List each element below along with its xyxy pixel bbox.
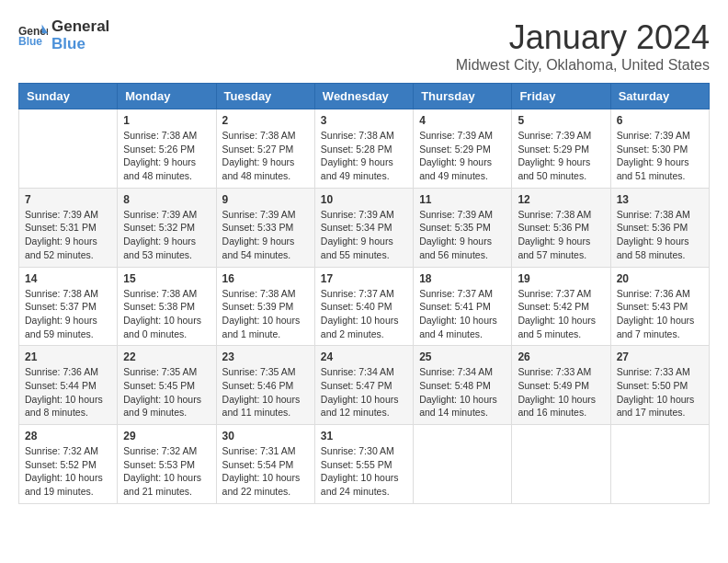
page-header: General Blue General Blue January 2024 M…: [18, 18, 710, 74]
day-number: 2: [222, 114, 309, 127]
day-number: 6: [617, 114, 703, 127]
calendar-cell: 14Sunrise: 7:38 AM Sunset: 5:37 PM Dayli…: [19, 267, 118, 346]
day-info: Sunrise: 7:35 AM Sunset: 5:45 PM Dayligh…: [123, 365, 210, 419]
calendar-cell: 11Sunrise: 7:39 AM Sunset: 5:35 PM Dayli…: [414, 188, 512, 267]
header-wednesday: Wednesday: [314, 84, 413, 109]
week-row-1: 1Sunrise: 7:38 AM Sunset: 5:26 PM Daylig…: [19, 109, 710, 189]
calendar-cell: 2Sunrise: 7:38 AM Sunset: 5:27 PM Daylig…: [216, 109, 314, 189]
calendar-cell: 20Sunrise: 7:36 AM Sunset: 5:43 PM Dayli…: [610, 267, 709, 346]
header-saturday: Saturday: [610, 84, 709, 109]
week-row-5: 28Sunrise: 7:32 AM Sunset: 5:52 PM Dayli…: [19, 425, 710, 504]
day-info: Sunrise: 7:31 AM Sunset: 5:54 PM Dayligh…: [222, 444, 309, 499]
day-info: Sunrise: 7:37 AM Sunset: 5:41 PM Dayligh…: [419, 287, 506, 341]
calendar-cell: 12Sunrise: 7:38 AM Sunset: 5:36 PM Dayli…: [512, 188, 610, 267]
header-monday: Monday: [118, 84, 216, 109]
day-info: Sunrise: 7:38 AM Sunset: 5:38 PM Dayligh…: [123, 287, 210, 341]
calendar-cell: 8Sunrise: 7:39 AM Sunset: 5:32 PM Daylig…: [118, 188, 216, 267]
day-number: 25: [419, 350, 506, 363]
calendar-cell: 22Sunrise: 7:35 AM Sunset: 5:45 PM Dayli…: [118, 346, 216, 425]
month-title: January 2024: [456, 18, 710, 57]
day-info: Sunrise: 7:32 AM Sunset: 5:53 PM Dayligh…: [123, 444, 210, 499]
day-info: Sunrise: 7:39 AM Sunset: 5:32 PM Dayligh…: [123, 208, 210, 262]
calendar-cell: [610, 425, 709, 504]
day-number: 26: [518, 350, 604, 363]
day-info: Sunrise: 7:34 AM Sunset: 5:47 PM Dayligh…: [321, 365, 407, 419]
calendar-cell: 7Sunrise: 7:39 AM Sunset: 5:31 PM Daylig…: [19, 188, 118, 267]
day-number: 17: [321, 272, 407, 285]
day-number: 31: [321, 430, 407, 442]
day-info: Sunrise: 7:38 AM Sunset: 5:36 PM Dayligh…: [617, 208, 703, 262]
calendar-cell: 24Sunrise: 7:34 AM Sunset: 5:47 PM Dayli…: [314, 346, 413, 425]
day-number: 21: [25, 350, 111, 363]
title-area: January 2024 Midwest City, Oklahoma, Uni…: [456, 18, 710, 74]
day-info: Sunrise: 7:33 AM Sunset: 5:49 PM Dayligh…: [518, 365, 604, 419]
calendar-cell: 10Sunrise: 7:39 AM Sunset: 5:34 PM Dayli…: [314, 188, 413, 267]
calendar-cell: 1Sunrise: 7:38 AM Sunset: 5:26 PM Daylig…: [118, 109, 216, 189]
day-info: Sunrise: 7:39 AM Sunset: 5:31 PM Dayligh…: [25, 208, 111, 262]
day-info: Sunrise: 7:37 AM Sunset: 5:42 PM Dayligh…: [518, 287, 604, 341]
calendar-cell: 19Sunrise: 7:37 AM Sunset: 5:42 PM Dayli…: [512, 267, 610, 346]
calendar-header-row: SundayMondayTuesdayWednesdayThursdayFrid…: [19, 84, 710, 109]
day-info: Sunrise: 7:38 AM Sunset: 5:27 PM Dayligh…: [222, 129, 309, 183]
day-info: Sunrise: 7:35 AM Sunset: 5:46 PM Dayligh…: [222, 365, 309, 419]
calendar-cell: 27Sunrise: 7:33 AM Sunset: 5:50 PM Dayli…: [610, 346, 709, 425]
calendar-cell: 29Sunrise: 7:32 AM Sunset: 5:53 PM Dayli…: [118, 425, 216, 504]
header-thursday: Thursday: [414, 84, 512, 109]
day-number: 3: [321, 114, 407, 127]
day-info: Sunrise: 7:37 AM Sunset: 5:40 PM Dayligh…: [321, 287, 407, 341]
day-number: 15: [123, 272, 210, 285]
day-number: 14: [25, 272, 111, 285]
day-info: Sunrise: 7:38 AM Sunset: 5:37 PM Dayligh…: [25, 287, 111, 341]
calendar-table: SundayMondayTuesdayWednesdayThursdayFrid…: [18, 83, 710, 504]
calendar-cell: 17Sunrise: 7:37 AM Sunset: 5:40 PM Dayli…: [314, 267, 413, 346]
day-info: Sunrise: 7:38 AM Sunset: 5:36 PM Dayligh…: [518, 208, 604, 262]
day-number: 16: [222, 272, 309, 285]
week-row-4: 21Sunrise: 7:36 AM Sunset: 5:44 PM Dayli…: [19, 346, 710, 425]
day-number: 9: [222, 193, 309, 206]
calendar-cell: 15Sunrise: 7:38 AM Sunset: 5:38 PM Dayli…: [118, 267, 216, 346]
day-info: Sunrise: 7:34 AM Sunset: 5:48 PM Dayligh…: [419, 365, 506, 419]
day-number: 5: [518, 114, 604, 127]
logo-line1: General: [51, 18, 109, 36]
calendar-cell: 26Sunrise: 7:33 AM Sunset: 5:49 PM Dayli…: [512, 346, 610, 425]
day-info: Sunrise: 7:39 AM Sunset: 5:29 PM Dayligh…: [518, 129, 604, 183]
logo: General Blue General Blue: [18, 18, 109, 52]
day-info: Sunrise: 7:38 AM Sunset: 5:28 PM Dayligh…: [321, 129, 407, 183]
calendar-cell: 21Sunrise: 7:36 AM Sunset: 5:44 PM Dayli…: [19, 346, 118, 425]
day-number: 8: [123, 193, 210, 206]
day-number: 23: [222, 350, 309, 363]
day-info: Sunrise: 7:30 AM Sunset: 5:55 PM Dayligh…: [321, 444, 407, 499]
day-number: 19: [518, 272, 604, 285]
calendar-cell: 4Sunrise: 7:39 AM Sunset: 5:29 PM Daylig…: [414, 109, 512, 189]
day-number: 12: [518, 193, 604, 206]
header-sunday: Sunday: [19, 84, 118, 109]
day-number: 18: [419, 272, 506, 285]
calendar-cell: 5Sunrise: 7:39 AM Sunset: 5:29 PM Daylig…: [512, 109, 610, 189]
day-number: 4: [419, 114, 506, 127]
day-info: Sunrise: 7:38 AM Sunset: 5:39 PM Dayligh…: [222, 287, 309, 341]
calendar-cell: 18Sunrise: 7:37 AM Sunset: 5:41 PM Dayli…: [414, 267, 512, 346]
day-info: Sunrise: 7:38 AM Sunset: 5:26 PM Dayligh…: [123, 129, 210, 183]
day-info: Sunrise: 7:36 AM Sunset: 5:44 PM Dayligh…: [25, 365, 111, 419]
day-number: 1: [123, 114, 210, 127]
week-row-2: 7Sunrise: 7:39 AM Sunset: 5:31 PM Daylig…: [19, 188, 710, 267]
day-number: 20: [617, 272, 703, 285]
day-info: Sunrise: 7:32 AM Sunset: 5:52 PM Dayligh…: [25, 444, 111, 499]
calendar-cell: 6Sunrise: 7:39 AM Sunset: 5:30 PM Daylig…: [610, 109, 709, 189]
day-info: Sunrise: 7:39 AM Sunset: 5:34 PM Dayligh…: [321, 208, 407, 262]
day-number: 24: [321, 350, 407, 363]
day-info: Sunrise: 7:39 AM Sunset: 5:35 PM Dayligh…: [419, 208, 506, 262]
calendar-cell: 3Sunrise: 7:38 AM Sunset: 5:28 PM Daylig…: [314, 109, 413, 189]
day-info: Sunrise: 7:33 AM Sunset: 5:50 PM Dayligh…: [617, 365, 703, 419]
day-number: 22: [123, 350, 210, 363]
calendar-cell: 31Sunrise: 7:30 AM Sunset: 5:55 PM Dayli…: [314, 425, 413, 504]
day-number: 10: [321, 193, 407, 206]
calendar-cell: 25Sunrise: 7:34 AM Sunset: 5:48 PM Dayli…: [414, 346, 512, 425]
calendar-cell: [512, 425, 610, 504]
day-number: 29: [123, 430, 210, 442]
day-info: Sunrise: 7:39 AM Sunset: 5:29 PM Dayligh…: [419, 129, 506, 183]
calendar-cell: 13Sunrise: 7:38 AM Sunset: 5:36 PM Dayli…: [610, 188, 709, 267]
logo-icon: General Blue: [18, 23, 48, 49]
logo-line2: Blue: [51, 36, 109, 53]
day-number: 28: [25, 430, 111, 442]
